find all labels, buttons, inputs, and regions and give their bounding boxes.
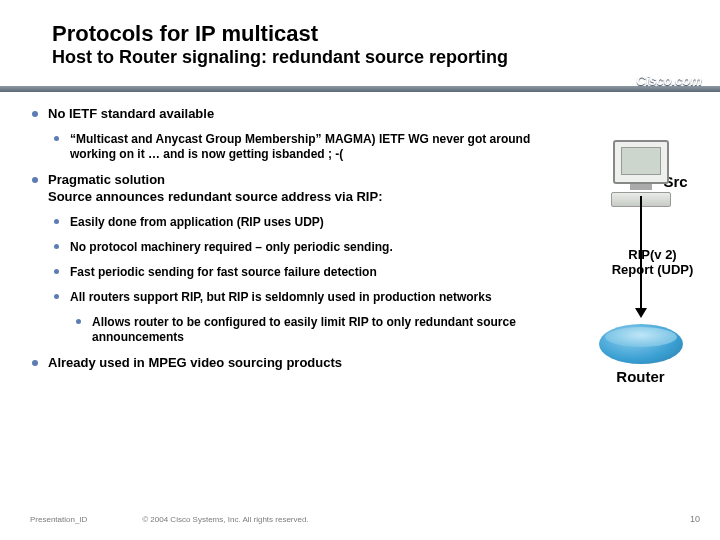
rip-label: RIP(v 2) Report (UDP) [585, 248, 720, 278]
page-number: 10 [690, 514, 700, 524]
footer: Presentation_ID © 2004 Cisco Systems, In… [30, 515, 309, 524]
router-icon [599, 324, 683, 364]
bullet-udp: Easily done from application (RIP uses U… [54, 215, 532, 230]
divider-bar [0, 86, 720, 92]
slide-title: Protocols for IP multicast [52, 22, 720, 45]
bullet-pragmatic: Pragmatic solution Source announces redu… [32, 172, 532, 205]
computer-icon [613, 140, 669, 184]
router-label: Router [573, 368, 708, 385]
bullet-all-routers: All routers support RIP, but RIP is seld… [54, 290, 532, 305]
slide-subtitle: Host to Router signaling: redundant sour… [52, 47, 720, 68]
bullet-magma: “Multicast and Anycast Group Membership”… [54, 132, 532, 162]
bullet-no-machinery: No protocol machinery required – only pe… [54, 240, 532, 255]
slide: Protocols for IP multicast Host to Route… [0, 0, 720, 540]
presentation-id: Presentation_ID [30, 515, 140, 524]
bullet-no-standard: No IETF standard available [32, 106, 532, 122]
title-block: Protocols for IP multicast Host to Route… [0, 0, 720, 68]
brand-label: Cisco.com [636, 73, 702, 88]
copyright: © 2004 Cisco Systems, Inc. All rights re… [142, 515, 308, 524]
bullet-fast-periodic: Fast periodic sending for fast source fa… [54, 265, 532, 280]
bullet-mpeg: Already used in MPEG video sourcing prod… [32, 355, 532, 371]
content-area: No IETF standard available “Multicast an… [32, 106, 532, 381]
bullet-limit-rip: Allows router to be configured to easily… [76, 315, 532, 345]
